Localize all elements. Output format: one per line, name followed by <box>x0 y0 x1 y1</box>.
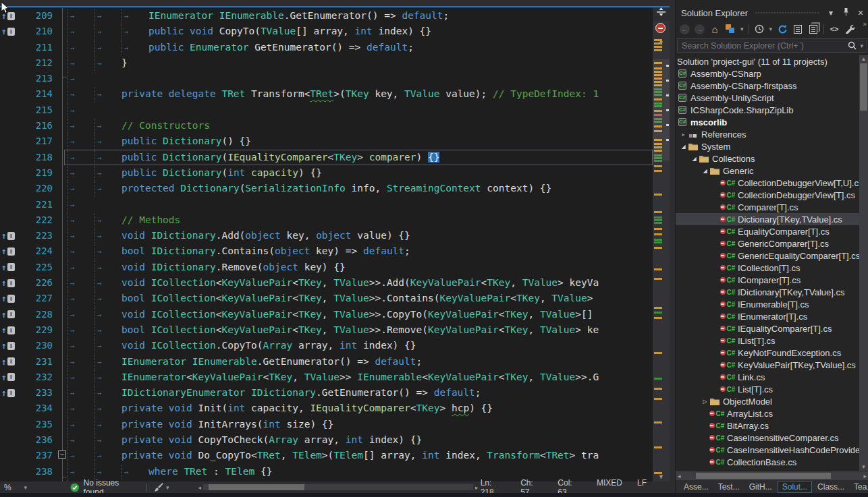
fold-margin[interactable] <box>58 385 67 401</box>
fold-margin[interactable] <box>58 24 67 39</box>
expanded-chevron-icon[interactable]: ◢ <box>679 144 688 150</box>
fold-margin[interactable] <box>58 338 67 353</box>
tool-window-tab-gith[interactable]: GitH... <box>745 481 776 492</box>
view-code-icon[interactable]: <> <box>829 23 840 35</box>
collapsed-chevron-icon[interactable]: ▸ <box>679 131 688 138</box>
scroll-right-arrow-icon[interactable]: ▸ <box>861 473 868 479</box>
tree-item-collections[interactable]: ◢Collections <box>676 152 859 165</box>
scroll-right-arrow-icon[interactable]: ▸ <box>473 484 481 491</box>
tree-item-caseinsensitivehashcodeprovider-cs[interactable]: C#CaseInsensitiveHashCodeProvider.cs <box>676 444 859 456</box>
scroll-up-arrow-icon[interactable]: ▲ <box>859 56 868 62</box>
code-line-227[interactable]: ↑I227→→bool ICollection<KeyValuePair<TKe… <box>0 291 670 306</box>
fold-margin[interactable] <box>58 243 67 259</box>
tree-horizontal-scrollbar[interactable]: ◂ ▸ <box>676 471 868 480</box>
fold-margin[interactable] <box>58 103 67 118</box>
code-text[interactable]: →→void ICollection<KeyValuePair<TKey, TV… <box>67 307 653 322</box>
implements-interface-indicator-icon[interactable]: ↑I <box>0 322 20 338</box>
fold-margin[interactable] <box>58 260 67 275</box>
drag-grip[interactable] <box>755 11 819 15</box>
tree-item-generic[interactable]: ◢Generic <box>676 165 859 177</box>
code-text[interactable]: →→→where TRet : TElem {} <box>67 464 653 479</box>
scroll-left-arrow-icon[interactable]: ◂ <box>676 473 683 479</box>
tree-vertical-scrollbar[interactable]: ▲ ▼ <box>859 55 868 471</box>
collapse-region-button[interactable]: – <box>58 450 66 459</box>
code-line-228[interactable]: ↑I228→→void ICollection<KeyValuePair<TKe… <box>0 307 670 322</box>
split-window-handle-icon[interactable] <box>653 7 670 21</box>
code-text[interactable]: →→private void InitArrays(int size) {} <box>67 417 653 432</box>
scroll-down-arrow-icon[interactable]: ▼ <box>859 464 868 470</box>
tree-item-genericequalitycomparer-t-cs[interactable]: C#GenericEqualityComparer[T].cs <box>676 250 859 262</box>
tree-item-list-t-cs[interactable]: C#List[T].cs <box>676 383 859 395</box>
code-text[interactable]: →→public Dictionary() {} <box>67 134 653 149</box>
code-line-213[interactable]: 213→ <box>0 71 670 86</box>
chevron-down-icon[interactable]: ▾ <box>857 42 867 49</box>
scrollbar-thumb[interactable] <box>860 63 867 111</box>
fold-margin[interactable] <box>58 370 67 385</box>
close-icon[interactable]: × <box>855 7 866 18</box>
scroll-left-arrow-icon[interactable]: ◂ <box>196 484 204 491</box>
collapsed-chevron-icon[interactable]: ▷ <box>701 399 709 405</box>
code-text[interactable]: →→void ICollection.CopyTo(Array array, i… <box>67 338 653 353</box>
tree-item-link-cs[interactable]: C#Link.cs <box>676 371 859 383</box>
code-text[interactable]: → <box>67 103 653 118</box>
code-text[interactable]: →→public Dictionary(IEqualityComparer<TK… <box>67 150 653 165</box>
fold-margin[interactable] <box>58 401 67 416</box>
implements-interface-indicator-icon[interactable]: ↑I <box>0 370 20 385</box>
implements-interface-indicator-icon[interactable]: ↑I <box>0 228 20 243</box>
tree-item-system[interactable]: ◢System <box>676 140 859 152</box>
tool-window-tab-class[interactable]: Class... <box>813 481 848 492</box>
tree-item-ienumerable-t-cs[interactable]: C#IEnumerable[T].cs <box>676 298 859 310</box>
editor-vertical-scrollbar[interactable]: ▲ ▼ <box>653 7 670 481</box>
tree-item-caseinsensitivecomparer-cs[interactable]: C#CaseInsensitiveComparer.cs <box>676 432 859 444</box>
code-line-209[interactable]: ↑I209→→→IEnumerator IEnumerable.GetEnume… <box>0 8 670 24</box>
code-text[interactable]: →→// Constructors <box>67 118 653 134</box>
code-line-221[interactable]: 221→ <box>0 197 670 212</box>
implements-interface-indicator-icon[interactable]: ↑I <box>0 24 20 39</box>
implements-interface-indicator-icon[interactable]: ↑I <box>0 275 20 291</box>
tree-item-ilist-t-cs[interactable]: C#IList[T].cs <box>676 334 859 347</box>
code-text[interactable]: →→→public void CopyTo(TValue[] array, in… <box>67 24 653 39</box>
zoom-level-select[interactable]: % ▾ <box>0 483 31 492</box>
code-text[interactable]: →→void IDictionary.Add(object key, objec… <box>67 228 653 243</box>
tree-item-collectionbase-cs[interactable]: C#CollectionBase.cs <box>676 456 859 468</box>
fold-margin[interactable] <box>58 86 67 102</box>
code-text[interactable]: →→// Methods <box>67 212 653 228</box>
code-text[interactable]: →→→IEnumerator IEnumerable.GetEnumerator… <box>67 8 653 24</box>
code-line-211[interactable]: 211→→→public Enumerator GetEnumerator() … <box>0 40 670 55</box>
code-text[interactable]: →→public Dictionary(int capacity) {} <box>67 165 653 181</box>
sync-with-active-document-icon[interactable] <box>725 23 736 35</box>
tree-item-idictionary-tkey-tvalue-cs[interactable]: C#IDictionary[TKey,TValue].cs <box>676 286 859 298</box>
tree-item-assembly-csharp-firstpass[interactable]: C#Assembly-CSharp-firstpass <box>676 80 859 92</box>
tree-item-mscorlib[interactable]: C#mscorlib <box>676 116 859 128</box>
tree-item-equalitycomparer-t-cs[interactable]: C#EqualityComparer[T].cs <box>676 225 859 237</box>
code-line-217[interactable]: 217→→public Dictionary() {} <box>0 134 670 149</box>
code-text[interactable]: →→bool IDictionary.Contains(object key) … <box>67 243 653 259</box>
code-line-215[interactable]: 215→ <box>0 103 670 118</box>
fold-margin[interactable] <box>58 181 67 196</box>
tree-item-collectiondebuggerview-t-cs[interactable]: C#CollectionDebuggerView[T].cs <box>676 189 859 201</box>
code-text[interactable]: →→private delegate TRet Transform<TRet>(… <box>67 86 653 102</box>
solution-search-box[interactable]: ▾ <box>677 38 867 53</box>
code-line-238[interactable]: 238→→→where TRet : TElem {} <box>0 464 670 479</box>
code-text[interactable]: →→IEnumerator<KeyValuePair<TKey, TValue>… <box>67 370 653 385</box>
tree-item-arraylist-cs[interactable]: C#ArrayList.cs <box>676 407 859 419</box>
fold-margin[interactable] <box>58 118 67 134</box>
code-line-225[interactable]: ↑I225→→void IDictionary.Remove(object ke… <box>0 260 670 275</box>
code-line-212[interactable]: 212→→} <box>0 55 670 71</box>
tree-item-objectmodel[interactable]: ▷ObjectModel <box>676 395 859 407</box>
tree-item-references[interactable]: ▸References <box>676 128 859 140</box>
fold-margin[interactable] <box>58 8 67 24</box>
solution-explorer-titlebar[interactable]: Solution Explorer ▾ × <box>676 5 868 20</box>
code-line-224[interactable]: ↑I224→→bool IDictionary.Contains(object … <box>0 243 670 259</box>
implements-interface-indicator-icon[interactable]: ↑I <box>0 243 20 259</box>
expanded-chevron-icon[interactable]: ◢ <box>701 168 709 174</box>
code-text[interactable]: →→private void Do_CopyTo<TRet, TElem>(TE… <box>67 448 653 463</box>
code-text[interactable]: →→} <box>67 55 653 71</box>
code-text[interactable]: →→→public Enumerator GetEnumerator() => … <box>67 40 653 55</box>
code-text[interactable]: →→IEnumerator IEnumerable.GetEnumerator(… <box>67 354 653 370</box>
tree-item-icsharpcode-sharpziplib[interactable]: C#ICSharpCode.SharpZipLib <box>676 104 859 116</box>
fold-margin[interactable] <box>58 134 67 149</box>
search-icon[interactable] <box>848 41 857 50</box>
code-text[interactable]: →→void IDictionary.Remove(object key) {} <box>67 260 653 275</box>
code-line-231[interactable]: ↑I231→→IEnumerator IEnumerable.GetEnumer… <box>0 354 670 370</box>
